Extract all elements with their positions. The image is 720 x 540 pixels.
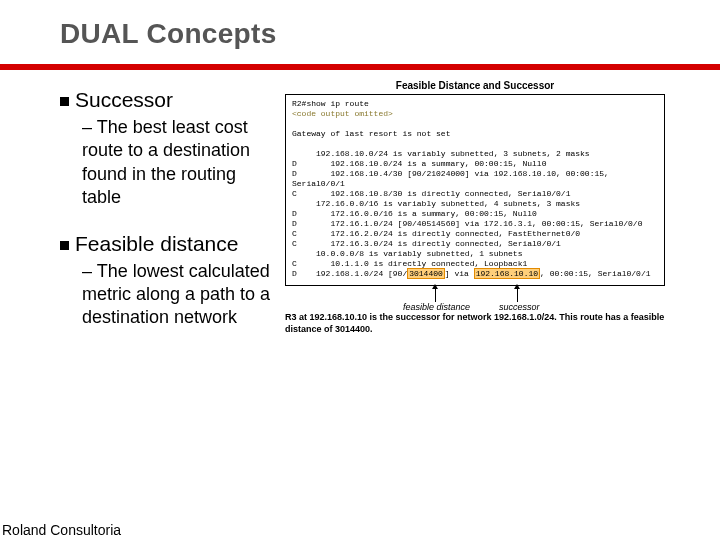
bullet-label: Successor (75, 88, 173, 111)
highlight-fd: 3014400 (407, 268, 445, 279)
bullet-successor: Successor (60, 88, 280, 112)
cli-blank (292, 119, 658, 129)
title-rule (0, 64, 720, 70)
label-feasible-distance: feasible distance (403, 302, 470, 312)
subbullet-feasible-distance: – The lowest calculated metric along a p… (82, 260, 280, 330)
slide: DUAL Concepts Successor – The best least… (0, 0, 720, 540)
content-area: Successor – The best least cost route to… (0, 80, 720, 460)
cli-line: C 192.168.10.8/30 is directly connected,… (292, 189, 658, 199)
cli-hl-mid: ] via (445, 269, 474, 278)
label-successor: successor (499, 302, 540, 312)
bullet-label: Feasible distance (75, 232, 238, 255)
title-block: DUAL Concepts (0, 0, 720, 50)
cli-hl-suffix: , 00:00:15, Serial0/0/1 (540, 269, 650, 278)
figure-note: R3 at 192.168.10.10 is the successor for… (285, 312, 665, 335)
slide-title: DUAL Concepts (60, 18, 720, 50)
cli-line: D 172.16.1.0/24 [90/40514560] via 172.16… (292, 219, 658, 229)
subbullet-prefix: – The (82, 261, 133, 281)
cli-line: Serial0/0/1 (292, 179, 658, 189)
arrow-icon (435, 288, 436, 302)
cli-line: C 172.16.2.0/24 is directly connected, F… (292, 229, 658, 239)
figure-caption: Feasible Distance and Successor (285, 80, 665, 91)
subbullet-prefix: – The (82, 117, 133, 137)
highlight-successor: 192.168.10.10 (474, 268, 540, 279)
cli-line: D 192.168.10.0/24 is a summary, 00:00:15… (292, 159, 658, 169)
cli-hl-prefix: D 192.168.1.0/24 [90/ (292, 269, 407, 278)
cli-line: 10.0.0.0/8 is variably subnetted, 1 subn… (292, 249, 658, 259)
cli-omitted: <code output omitted> (292, 109, 658, 119)
cli-highlighted-line: D 192.168.1.0/24 [90/3014400] via 192.16… (292, 269, 658, 279)
cli-line: C 172.16.3.0/24 is directly connected, S… (292, 239, 658, 249)
cli-line: 192.168.10.0/24 is variably subnetted, 3… (292, 149, 658, 159)
cli-line: 172.16.0.0/16 is variably subnetted, 4 s… (292, 199, 658, 209)
cli-blank (292, 139, 658, 149)
cli-line: D 192.168.10.4/30 [90/21024000] via 192.… (292, 169, 658, 179)
subbullet-successor: – The best least cost route to a destina… (82, 116, 280, 210)
cli-gateway: Gateway of last resort is not set (292, 129, 658, 139)
figure: Feasible Distance and Successor R2#show … (285, 80, 665, 335)
cli-line: D 172.16.0.0/16 is a summary, 00:00:15, … (292, 209, 658, 219)
bullet-feasible-distance: Feasible distance (60, 232, 280, 256)
annotation-arrows: feasible distance successor (285, 286, 665, 308)
bullet-square-icon (60, 241, 69, 250)
left-column: Successor – The best least cost route to… (60, 88, 280, 330)
slide-footer: Roland Consultoria (2, 522, 121, 538)
arrow-icon (517, 288, 518, 302)
cli-prompt: R2#show ip route (292, 99, 658, 109)
bullet-square-icon (60, 97, 69, 106)
cli-output: R2#show ip route <code output omitted> G… (285, 94, 665, 286)
